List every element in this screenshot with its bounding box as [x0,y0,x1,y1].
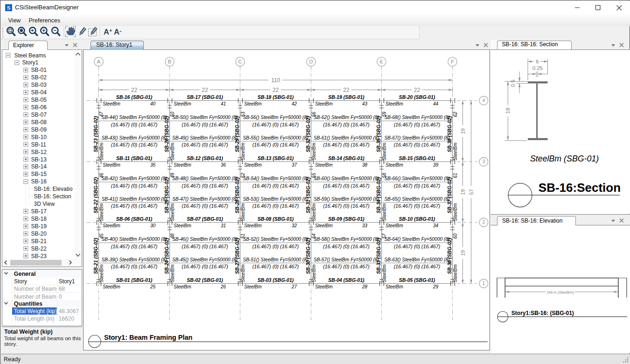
svg-text:(16.467) (0) (16.467): (16.467) (0) (16.467) [111,122,158,127]
svg-text:SB-08: SB-08 [31,119,47,126]
svg-text:48: 48 [170,233,175,239]
svg-text:SB-17 (SBG-01): SB-17 (SBG-01) [187,94,223,100]
svg-text:SB-07: SB-07 [31,112,47,118]
svg-text:SteelBm (SBG-01): SteelBm (SBG-01) [530,154,598,163]
svg-text:SteelBm: SteelBm [453,203,458,221]
svg-text:SB-03: SB-03 [31,82,47,88]
svg-text:61: 61 [453,173,458,178]
svg-text:SB-14: SB-14 [31,163,47,170]
svg-text:43: 43 [362,101,368,106]
svg-text:SB-23 (SBG-02): SB-23 (SBG-02) [93,116,98,152]
svg-text:SB-24 (SBG-02): SB-24 (SBG-02) [164,238,169,274]
svg-text:SB-19: SB-19 [31,223,47,230]
svg-text:31: 31 [221,223,226,228]
svg-text:SB-51() SteelBm Fy=50000 (8): SB-51() SteelBm Fy=50000 (8) [243,257,308,262]
svg-text:26: 26 [220,284,226,289]
svg-text:(16.467) (0) (16.467): (16.467) (0) (16.467) [182,244,228,249]
svg-text:SteelBm: SteelBm [311,265,316,282]
svg-text:SteelBm: SteelBm [99,265,104,282]
svg-text:SB-16: Elevatio: SB-16: Elevatio [34,186,73,192]
svg-text:SB-56() SteelBm Fy=50000 (8): SB-56() SteelBm Fy=50000 (8) [243,115,308,120]
svg-text:SB-38 (SBG-02): SB-38 (SBG-02) [447,116,452,152]
svg-text:SB-02 (SBG-01): SB-02 (SBG-01) [187,277,223,283]
svg-text:SB-05: SB-05 [31,97,47,103]
svg-text:SB-08 (SBG-01): SB-08 (SBG-01) [258,216,294,222]
svg-text:28: 28 [362,284,368,289]
svg-text:SB-06: SB-06 [31,104,47,111]
svg-text:SB-04: SB-04 [31,89,47,96]
svg-text:SB-29 (SBG-02): SB-29 (SBG-02) [234,116,240,152]
svg-text:62: 62 [453,112,458,117]
svg-text:22: 22 [414,87,420,93]
svg-text:SB-26 (SBG-02): SB-26 (SBG-02) [164,116,169,152]
svg-text:SB-31 (SBG-02): SB-31 (SBG-02) [305,177,311,213]
svg-text:(16.467) (0) (16.467): (16.467) (0) (16.467) [252,122,299,127]
svg-text:E: E [380,59,383,64]
svg-text:22: 22 [273,87,279,93]
svg-text:SB-45() SteelBm Fy=50000 (8): SB-45() SteelBm Fy=50000 (8) [172,257,238,262]
svg-text:SteelBm: SteelBm [315,162,333,168]
svg-text:SteelBm: SteelBm [382,265,387,282]
svg-text:0: 0 [59,293,62,300]
svg-text:SB-50() SteelBm Fy=50000 (8): SB-50() SteelBm Fy=50000 (8) [172,115,238,120]
svg-text:SB-03 (SBG-01): SB-03 (SBG-01) [258,277,294,283]
svg-text:0.25: 0.25 [532,65,542,71]
svg-text:Number of Beam Girders: Number of Beam Girders [14,293,76,300]
svg-text:SB-59() SteelBm Fy=50000 (8): SB-59() SteelBm Fy=50000 (8) [314,196,379,202]
svg-text:A: A [97,59,101,64]
svg-text:19: 19 [460,250,466,256]
svg-text:SB-67() SteelBm Fy=50000 (8): SB-67() SteelBm Fy=50000 (8) [384,135,449,140]
svg-text:SB-15 (SBG-01): SB-15 (SBG-01) [399,155,435,161]
svg-text:SteelBm: SteelBm [170,143,175,161]
svg-text:46: 46 [99,173,104,178]
svg-text:SteelBm: SteelBm [311,143,316,161]
svg-text:B: B [168,59,171,64]
svg-text:(16.467) (0) (16.467): (16.467) (0) (16.467) [252,203,299,209]
svg-text:SB-44() SteelBm Fy=50000 (8): SB-44() SteelBm Fy=50000 (8) [101,115,167,120]
svg-text:(16.467) (0) (16.467): (16.467) (0) (16.467) [323,122,370,127]
svg-text:SteelBm: SteelBm [385,101,403,106]
svg-text:SB-12: SB-12 [31,149,47,155]
svg-text:22: 22 [131,87,138,93]
svg-text:SB-02: SB-02 [31,74,47,81]
svg-text:SteelBm: SteelBm [174,101,191,106]
svg-text:SB-28 (SBG-02): SB-28 (SBG-02) [234,177,240,213]
svg-text:35: 35 [150,162,156,168]
svg-text:SB-52() SteelBm Fy=50000 (8): SB-52() SteelBm Fy=50000 (8) [243,237,308,242]
svg-text:SteelBm: SteelBm [170,265,175,282]
svg-text:SteelBm: SteelBm [103,223,120,228]
svg-text:32: 32 [292,223,297,228]
svg-text:Story1:SB-16: (SBG-01): Story1:SB-16: (SBG-01) [511,310,574,316]
svg-text:SB-42() SteelBm Fy=50000 (8): SB-42() SteelBm Fy=50000 (8) [101,176,167,181]
svg-text:F: F [451,59,454,64]
svg-text:246 in (SteelBm): 246 in (SteelBm) [546,290,574,294]
svg-text:SB-16: Section: SB-16: Section [34,193,71,200]
svg-text:SB-58() SteelBm Fy=50000 (8): SB-58() SteelBm Fy=50000 (8) [314,237,379,242]
svg-text:3: 3 [482,159,485,164]
svg-text:SteelBm: SteelBm [244,101,262,106]
svg-text:SB-68() SteelBm Fy=50000 (8): SB-68() SteelBm Fy=50000 (8) [384,115,449,120]
svg-text:SteelBm: SteelBm [103,101,120,106]
svg-text:56: 56 [311,112,316,117]
svg-text:3D View: 3D View [34,201,55,207]
svg-text:1: 1 [482,280,485,286]
svg-text:SB-16:Section: SB-16:Section [538,180,620,194]
svg-text:(16.467) (0) (16.467): (16.467) (0) (16.467) [111,142,158,147]
svg-text:SteelBm: SteelBm [240,203,245,221]
svg-text:SB-20 (SBG-01): SB-20 (SBG-01) [399,94,435,100]
svg-text:48.3067: 48.3067 [59,308,79,315]
svg-text:SB-62() SteelBm Fy=50000 (8): SB-62() SteelBm Fy=50000 (8) [314,115,379,120]
svg-text:SteelBm: SteelBm [385,162,403,168]
svg-text:52: 52 [240,173,245,178]
svg-text:(16.467) (0) (16.467): (16.467) (0) (16.467) [394,264,441,269]
svg-text:SB-17: SB-17 [31,208,47,215]
svg-text:(16.467) (0) (16.467): (16.467) (0) (16.467) [111,183,158,189]
svg-text:SB-10: SB-10 [31,134,47,140]
svg-text:27: 27 [291,284,297,289]
svg-text:SB-21: SB-21 [31,238,47,245]
svg-text:(16.467) (0) (16.467): (16.467) (0) (16.467) [182,264,228,269]
svg-text:(16.467) (0) (16.467): (16.467) (0) (16.467) [323,203,370,209]
svg-text:36: 36 [221,162,226,168]
svg-text:Steel Beams: Steel Beams [14,52,46,59]
svg-text:SB-35 (SBG-02): SB-35 (SBG-02) [376,116,381,152]
